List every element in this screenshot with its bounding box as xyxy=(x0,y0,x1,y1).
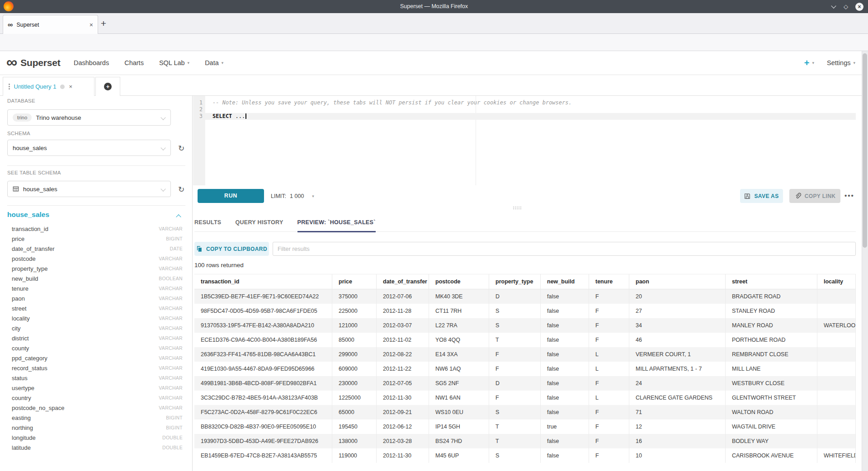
tab-query-history[interactable]: QUERY HISTORY xyxy=(236,216,283,232)
table-cell xyxy=(817,362,856,376)
table-cell: ECE1D376-C9A6-4C00-B004-A380B189FA56 xyxy=(194,333,332,347)
schema-column: paonVARCHAR xyxy=(0,293,193,303)
table-row: 3C3C29DC-B7B2-4BE5-914A-A38123AF403B1225… xyxy=(194,391,856,405)
nav-right: +▾ Settings▾ xyxy=(804,51,855,75)
save-as-button[interactable]: SAVE AS xyxy=(740,189,783,203)
tab-results[interactable]: RESULTS xyxy=(194,216,222,232)
column-header[interactable]: price xyxy=(332,274,377,289)
column-header[interactable]: new_build xyxy=(541,274,589,289)
column-header[interactable]: transaction_id xyxy=(194,274,332,289)
schema-columns: transaction_idVARCHARpriceBIGINTdate_of_… xyxy=(0,224,193,452)
copy-link-button[interactable]: COPY LINK xyxy=(789,189,840,203)
table-cell: F xyxy=(489,391,541,405)
add-new-button[interactable]: +▾ xyxy=(804,58,814,68)
schema-select[interactable]: house_sales xyxy=(7,140,171,156)
table-cell: T xyxy=(489,419,541,434)
table-cell: F xyxy=(489,362,541,376)
pane-resize-handle[interactable] xyxy=(513,207,522,210)
see-table-schema-label: SEE TABLE SCHEMA xyxy=(7,170,61,175)
table-cell: 2012-06-12 xyxy=(377,419,429,434)
column-header[interactable]: street xyxy=(726,274,817,289)
table-cell: IP14 5GH xyxy=(429,419,489,434)
divider xyxy=(7,165,185,166)
table-cell: REMBRANDT CLOSE xyxy=(726,347,817,362)
refresh-schema-icon[interactable]: ↻ xyxy=(177,144,186,153)
results-table: transaction_idpricedate_of_transferpostc… xyxy=(194,274,856,471)
limit-dropdown[interactable]: LIMIT: 1 000 ▾ xyxy=(271,189,314,203)
tab-close-icon[interactable]: × xyxy=(90,22,93,28)
column-header[interactable]: postcode xyxy=(429,274,489,289)
sql-statement-line[interactable]: SELECT ... xyxy=(212,113,246,120)
caret-down-icon: ▾ xyxy=(188,61,190,65)
more-options-button[interactable]: ••• xyxy=(844,189,854,203)
table-cell: F xyxy=(589,333,629,347)
column-type: VARCHAR xyxy=(159,296,183,301)
superset-brand[interactable]: ∞ Superset xyxy=(6,51,61,75)
copy-to-clipboard-button[interactable]: COPY TO CLIPBOARD xyxy=(194,242,269,256)
table-cell: false xyxy=(541,376,589,391)
brand-name: Superset xyxy=(20,57,60,68)
window-close-icon[interactable]: × xyxy=(855,3,863,11)
add-query-tab[interactable]: + xyxy=(95,77,120,96)
run-button[interactable]: RUN xyxy=(198,189,264,203)
nav-menu: Dashboards Charts SQL Lab▾ Data▾ xyxy=(74,51,223,75)
browser-tab[interactable]: ∞ Superset × xyxy=(3,15,98,34)
table-cell: 27 xyxy=(629,304,726,318)
schema-column: postcode_no_spaceVARCHAR xyxy=(0,403,193,413)
column-name: paon xyxy=(12,295,159,302)
table-row: BB8320C9-D82B-4B37-90E0-9FEE05095E101954… xyxy=(194,419,856,434)
column-header[interactable]: tenure xyxy=(589,274,629,289)
table-row: 499B1981-3B6B-4BCD-808F-9FED9802BFA12300… xyxy=(194,376,856,391)
sql-comment-line[interactable]: -- Note: Unless you save your query, the… xyxy=(212,99,572,106)
table-row: ECE1D376-C9A6-4C00-B004-A380B189FA568500… xyxy=(194,333,856,347)
nav-item-sql-lab[interactable]: SQL Lab▾ xyxy=(159,59,189,66)
table-cell: WALTON ROAD xyxy=(726,405,817,419)
schema-column: districtVARCHAR xyxy=(0,333,193,343)
query-tab[interactable]: Untitled Query 1 × xyxy=(3,77,94,96)
column-name: locality xyxy=(12,315,159,322)
table-cell: F xyxy=(589,318,629,333)
table-cell: F xyxy=(589,405,629,419)
table-cell: 2012-07-06 xyxy=(377,289,429,304)
nav-item-charts[interactable]: Charts xyxy=(124,59,144,66)
nav-item-data[interactable]: Data▾ xyxy=(205,59,223,66)
database-select[interactable]: trino Trino warehouse xyxy=(7,109,171,126)
column-type: DOUBLE xyxy=(162,435,183,440)
table-cell: 10 xyxy=(629,448,726,463)
new-tab-button[interactable]: + xyxy=(99,19,108,28)
column-name: postcode xyxy=(12,255,159,262)
column-header[interactable]: paon xyxy=(629,274,726,289)
column-header[interactable]: property_type xyxy=(489,274,541,289)
database-type-badge: trino xyxy=(13,113,32,122)
column-type: BIGINT xyxy=(166,236,183,241)
table-row: 1B5C39ED-BE7F-41EF-9E71-9C60EED74A223750… xyxy=(194,289,856,304)
table-cell: BS24 7HD xyxy=(429,434,489,448)
query-tab-close-icon[interactable]: × xyxy=(69,83,72,90)
page-scrollbar-thumb[interactable] xyxy=(863,53,867,248)
table-schema-title[interactable]: house_sales xyxy=(7,211,49,219)
table-cell: false xyxy=(541,391,589,405)
column-type: VARCHAR xyxy=(159,256,183,261)
refresh-table-icon[interactable]: ↻ xyxy=(177,185,186,194)
database-label: DATABASE xyxy=(7,98,35,104)
table-select[interactable]: house_sales xyxy=(7,181,171,197)
chevron-up-icon[interactable] xyxy=(177,214,181,219)
window-maximize-icon[interactable]: ◇ xyxy=(844,0,848,13)
tab-preview-house-sales[interactable]: PREVIEW: `HOUSE_SALES` xyxy=(297,216,376,232)
table-cell: S xyxy=(489,448,541,463)
column-type: VARCHAR xyxy=(159,266,183,271)
schema-column: tenureVARCHAR xyxy=(0,283,193,293)
drag-handle-icon[interactable] xyxy=(9,84,10,89)
table-cell: WS10 0EU xyxy=(429,405,489,419)
settings-menu[interactable]: Settings▾ xyxy=(827,59,855,66)
nav-item-dashboards[interactable]: Dashboards xyxy=(74,59,109,66)
column-header[interactable]: locality xyxy=(817,274,856,289)
filter-results-input[interactable] xyxy=(273,242,856,256)
column-header[interactable]: date_of_transfer xyxy=(377,274,429,289)
table-cell: 20 xyxy=(629,289,726,304)
table-cell xyxy=(817,419,856,434)
window-minimize-icon[interactable] xyxy=(831,4,836,9)
schema-column: transaction_idVARCHAR xyxy=(0,224,193,234)
column-type: VARCHAR xyxy=(159,345,183,351)
table-cell: MILL APARTMENTS, 1 - 7 xyxy=(629,362,726,376)
